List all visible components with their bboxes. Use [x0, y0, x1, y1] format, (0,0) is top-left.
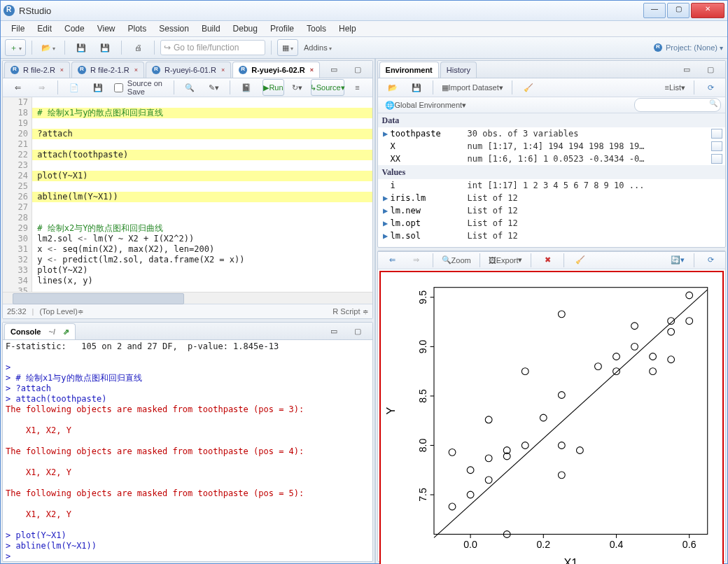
show-doc-icon[interactable]: 📄	[64, 79, 85, 96]
clear-plots-icon[interactable]: 🧹	[570, 252, 591, 269]
remove-plot-icon[interactable]: ✖	[537, 252, 558, 269]
menu-code[interactable]: Code	[58, 22, 91, 35]
cursor-position: 25:32	[7, 307, 27, 316]
env-row[interactable]: ▶toothpaste30 obs. of 3 variables	[378, 127, 725, 140]
run-button[interactable]: ▶ Run	[262, 79, 284, 96]
source-minimize-icon[interactable]: ▭	[323, 61, 344, 78]
expand-icon[interactable]: ▶	[381, 204, 391, 217]
source-tab[interactable]: R file-2-1.R ×	[71, 62, 144, 78]
export-button[interactable]: 🖼 Export ▾	[486, 252, 526, 269]
env-maximize-icon[interactable]: ▢	[700, 61, 721, 78]
source-tab[interactable]: R-yueyi-6-02.R ×	[232, 62, 320, 78]
close-tab-icon[interactable]: ×	[221, 66, 225, 73]
clear-env-icon[interactable]: 🧹	[518, 79, 539, 96]
source-tab[interactable]: R file-2.R ×	[4, 62, 70, 78]
save-all-button[interactable]: 💾	[94, 39, 115, 56]
publish-icon[interactable]: 🔄▾	[667, 252, 688, 269]
compile-report-icon[interactable]: 📓	[236, 79, 257, 96]
svg-point-49	[631, 323, 638, 330]
expand-icon[interactable]: ▶	[381, 217, 391, 230]
editor-hscrollbar[interactable]	[3, 292, 372, 304]
grid-icon[interactable]	[711, 129, 722, 139]
code-editor[interactable]: 17 18 19 20 21 22 23 24 25 26 27 28 29 3…	[3, 97, 372, 292]
menu-build[interactable]: Build	[195, 22, 227, 35]
env-refresh-icon[interactable]: ⟳	[700, 79, 721, 96]
expand-icon[interactable]: ▶	[381, 192, 391, 204]
svg-point-24	[467, 491, 474, 498]
menu-session[interactable]: Session	[153, 22, 195, 35]
close-button[interactable]: ✕	[691, 3, 724, 18]
source-tab[interactable]: R-yueyi-6-01.R ×	[146, 62, 231, 78]
env-row[interactable]: iint [1:17] 1 2 3 4 5 6 7 8 9 10 ...	[378, 179, 725, 192]
plot-prev-icon[interactable]: ⇐	[382, 252, 403, 269]
console-minimize-icon[interactable]: ▭	[323, 323, 344, 339]
project-menu[interactable]: Project: (None) ▾	[654, 43, 723, 52]
load-workspace-icon[interactable]: 📂	[382, 79, 403, 96]
print-button[interactable]: 🖨	[127, 39, 148, 56]
env-row[interactable]: Xnum [1:17, 1:4] 194 194 198 198 19…	[378, 140, 725, 153]
tab-history[interactable]: History	[440, 62, 477, 78]
console-output[interactable]: F-statistic: 105 on 2 and 27 DF, p-value…	[3, 340, 372, 561]
env-minimize-icon[interactable]: ▭	[676, 61, 697, 78]
source-button[interactable]: ↳ Source ▾	[311, 79, 344, 96]
menubar: FileEditCodeViewPlotsSessionBuildDebugPr…	[1, 21, 727, 37]
maximize-button[interactable]: ▢	[667, 3, 690, 18]
forward-icon[interactable]: ⇒	[31, 79, 52, 96]
addins-button[interactable]: Addins	[301, 39, 335, 56]
grid-icon[interactable]	[711, 154, 722, 164]
close-tab-icon[interactable]: ×	[134, 66, 138, 73]
env-row[interactable]: XXnum [1:6, 1:6] 1 0.0523 -0.3434 -0…	[378, 153, 725, 165]
svg-point-46	[558, 472, 565, 479]
expand-icon[interactable]: ▶	[381, 127, 391, 140]
expand-icon[interactable]: ▶	[381, 230, 391, 242]
back-icon[interactable]: ⇐	[7, 79, 28, 96]
env-row[interactable]: ▶lm.newList of 12	[378, 204, 725, 217]
source-on-save-checkbox[interactable]: Source on Save	[111, 79, 168, 96]
menu-profile[interactable]: Profile	[264, 22, 300, 35]
close-tab-icon[interactable]: ×	[60, 66, 64, 73]
svg-point-42	[558, 442, 565, 449]
new-file-button[interactable]: ＋	[5, 39, 26, 56]
menu-edit[interactable]: Edit	[31, 22, 58, 35]
source-toolbar: ⇐ ⇒ 📄 💾 Source on Save 🔍 ✎▾ 📓 ▶ Run ↻▾ ↳…	[3, 78, 372, 97]
scope-label[interactable]: (Top Level)	[39, 307, 77, 316]
menu-help[interactable]: Help	[332, 22, 363, 35]
env-row[interactable]: ▶lm.optList of 12	[378, 217, 725, 230]
menu-file[interactable]: File	[5, 22, 31, 35]
env-row[interactable]: ▶iris.lmList of 12	[378, 192, 725, 204]
grid-layout-button[interactable]: ▦	[277, 39, 298, 56]
env-row[interactable]: ▶lm.solList of 12	[378, 230, 725, 242]
zoom-button[interactable]: 🔍 Zoom	[439, 252, 474, 269]
svg-point-25	[558, 311, 565, 318]
env-list[interactable]: Data▶toothpaste30 obs. of 3 variablesXnu…	[378, 113, 725, 247]
close-tab-icon[interactable]: ×	[310, 66, 314, 73]
grid-icon[interactable]	[711, 141, 722, 151]
env-scope-selector[interactable]: 🌐 Global Environment ▾	[382, 97, 470, 113]
outline-icon[interactable]: ≡	[347, 79, 368, 96]
save-button[interactable]: 💾	[71, 39, 92, 56]
plots-refresh-icon[interactable]: ⟳	[700, 252, 721, 269]
svg-line-51	[434, 290, 708, 538]
wand-icon[interactable]: ✎▾	[203, 79, 224, 96]
plot-next-icon[interactable]: ⇒	[406, 252, 427, 269]
minimize-button[interactable]: —	[643, 3, 666, 18]
save-workspace-icon[interactable]: 💾	[406, 79, 427, 96]
menu-view[interactable]: View	[91, 22, 122, 35]
env-view-mode[interactable]: ≡ List ▾	[662, 79, 688, 96]
console-maximize-icon[interactable]: ▢	[347, 323, 368, 339]
menu-plots[interactable]: Plots	[122, 22, 153, 35]
env-search-input[interactable]	[634, 98, 721, 112]
source-maximize-icon[interactable]: ▢	[347, 61, 368, 78]
menu-tools[interactable]: Tools	[300, 22, 332, 35]
tab-environment[interactable]: Environment	[379, 62, 439, 78]
open-project-button[interactable]: 📂	[38, 39, 59, 56]
rerun-icon[interactable]: ↻▾	[287, 79, 308, 96]
save-src-icon[interactable]: 💾	[88, 79, 108, 96]
goto-file-input[interactable]: ↪Go to file/function	[160, 40, 265, 55]
file-type-label[interactable]: R Script	[332, 307, 360, 316]
menu-debug[interactable]: Debug	[227, 22, 264, 35]
svg-point-44	[649, 368, 656, 375]
find-icon[interactable]: 🔍	[179, 79, 200, 96]
import-dataset-button[interactable]: ▦ Import Dataset ▾	[439, 79, 506, 96]
tab-console[interactable]: Console ~/ ⇗	[4, 323, 76, 339]
